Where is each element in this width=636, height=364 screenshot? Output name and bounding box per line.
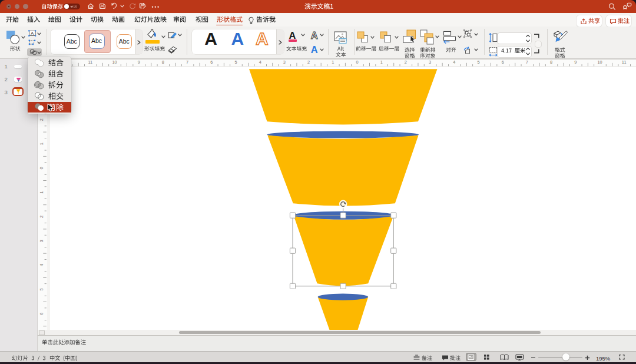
svg-text:2: 2 [404, 59, 406, 65]
svg-text:3: 3 [283, 59, 285, 65]
svg-text:0: 0 [39, 167, 44, 169]
svg-text:1: 1 [380, 59, 382, 65]
svg-text:11: 11 [88, 59, 92, 65]
svg-text:10: 10 [112, 59, 117, 65]
svg-text:4: 4 [453, 59, 455, 65]
svg-text:2: 2 [307, 59, 310, 65]
svg-text:1: 1 [39, 191, 44, 193]
svg-text:4: 4 [39, 264, 44, 266]
svg-text:9: 9 [137, 59, 140, 65]
svg-text:3: 3 [39, 240, 44, 242]
svg-text:1: 1 [332, 59, 334, 65]
svg-text:8: 8 [161, 59, 164, 65]
svg-text:2: 2 [39, 216, 44, 218]
svg-text:5: 5 [39, 288, 44, 290]
svg-text:6: 6 [501, 59, 504, 65]
svg-text:5: 5 [234, 59, 237, 65]
svg-text:7: 7 [186, 59, 188, 65]
svg-text:9: 9 [574, 59, 577, 65]
svg-text:5: 5 [477, 59, 479, 65]
svg-text:7: 7 [525, 59, 528, 65]
svg-text:2: 2 [39, 118, 44, 121]
svg-text:A: A [31, 31, 34, 37]
svg-text:0: 0 [356, 59, 358, 65]
svg-text:3: 3 [429, 59, 431, 65]
svg-text:1: 1 [39, 143, 44, 145]
svg-text:11: 11 [621, 59, 626, 65]
svg-text:6: 6 [210, 59, 213, 65]
svg-text:8: 8 [550, 59, 552, 65]
svg-text:10: 10 [597, 59, 602, 65]
svg-text:4: 4 [259, 59, 261, 65]
svg-text:6: 6 [39, 312, 44, 315]
